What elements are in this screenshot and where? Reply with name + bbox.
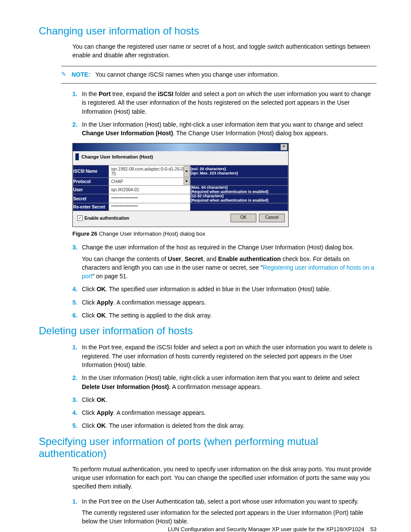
note-icon: ✎ [61,71,69,78]
hint-reenter [190,203,288,211]
dialog-change-user-info: ✕ Change User Information (Host) iSCSI N… [72,143,289,227]
checkbox-enable-auth-label: Enable authentication [84,216,129,221]
dialog-form-table: iSCSI Name iqn.1992-08.com.adaptec:0-0-d… [73,165,288,212]
input-reenter-secret[interactable]: **************** [109,203,190,211]
input-iscsi-name[interactable]: iqn.1992-08.com.adaptec:0-0-d1-26-0-75 [109,165,190,177]
deleting-step-5: Click OK. The user information is delete… [82,421,377,430]
note-block: ✎ NOTE: You cannot change iSCSI names wh… [61,66,377,84]
note-text: You cannot change iSCSI names when you c… [95,71,279,78]
hint-protocol [190,177,288,185]
steps-changing-cont: Change the user information of the host … [72,243,377,320]
input-protocol[interactable]: CHAP [109,177,190,185]
deleting-step-4: Click Apply. A confirmation message appe… [82,408,377,417]
dialog-heading-bar [75,153,79,160]
steps-specifying: In the Port tree on the User Authenticat… [72,497,377,526]
hint-user: (Max. 64 characters)(Required when authe… [190,185,288,194]
steps-deleting: In the Port tree, expand the iSCSI folde… [72,343,377,430]
deleting-step-2: In the User Information (Host) table, ri… [82,373,377,391]
page-footer: LUN Configuration and Security Manager X… [168,526,377,532]
heading-deleting: Deleting user information of hosts [39,325,377,337]
steps-changing: In the Port tree, expand the iSCSI folde… [72,90,377,137]
changing-step-1: In the Port tree, expand the iSCSI folde… [82,90,377,116]
checkbox-enable-auth[interactable]: ✓ [77,215,83,221]
label-iscsi-name: iSCSI Name [73,165,109,177]
chevron-down-icon[interactable] [184,166,190,177]
dialog-titlebar: ✕ [73,143,288,151]
changing-step-2: In the User Information (Host) table, ri… [82,120,377,138]
cancel-button[interactable]: Cancel [259,214,285,222]
changing-step-4: Click OK. The specified user information… [82,285,377,293]
specifying-step-1: In the Port tree on the User Authenticat… [82,497,377,526]
input-secret[interactable]: **************** [109,194,190,203]
label-protocol: Protocol [73,177,109,185]
figure-caption: Figure 26 Change User Information (Host)… [72,230,377,237]
dialog-heading-text: Change User Information (Host) [81,154,153,159]
label-secret: Secret [73,194,109,203]
hint-iscsi: (eui: 20 characters)(iqn: Max. 223 chara… [190,165,288,177]
close-icon[interactable]: ✕ [280,144,287,150]
chevron-down-icon[interactable] [184,178,190,185]
deleting-step-3: Click OK. [82,395,377,404]
deleting-step-1: In the Port tree, expand the iSCSI folde… [82,343,377,369]
input-user[interactable]: iqn.IKI2004-01 [109,185,190,194]
hint-secret: (12-32 characters)(Required when authent… [190,194,288,203]
label-reenter-secret: Re-enter Secret [73,203,109,211]
figure-dialog-wrap: ✕ Change User Information (Host) iSCSI N… [72,143,377,227]
intro-specifying: To perform mutual authentication, you ne… [72,465,377,491]
note-label: NOTE: [72,71,90,78]
changing-step-6: Click OK. The setting is applied to the … [82,311,377,320]
heading-changing: Changing user information of hosts [39,25,377,37]
changing-step-3: Change the user information of the host … [82,243,377,280]
intro-changing: You can change the registered user name … [72,42,377,60]
label-user: User [73,185,109,194]
heading-specifying: Specifying user information of ports (wh… [39,436,377,460]
changing-step-5: Click Apply. A confirmation message appe… [82,298,377,307]
ok-button[interactable]: OK [230,214,256,222]
